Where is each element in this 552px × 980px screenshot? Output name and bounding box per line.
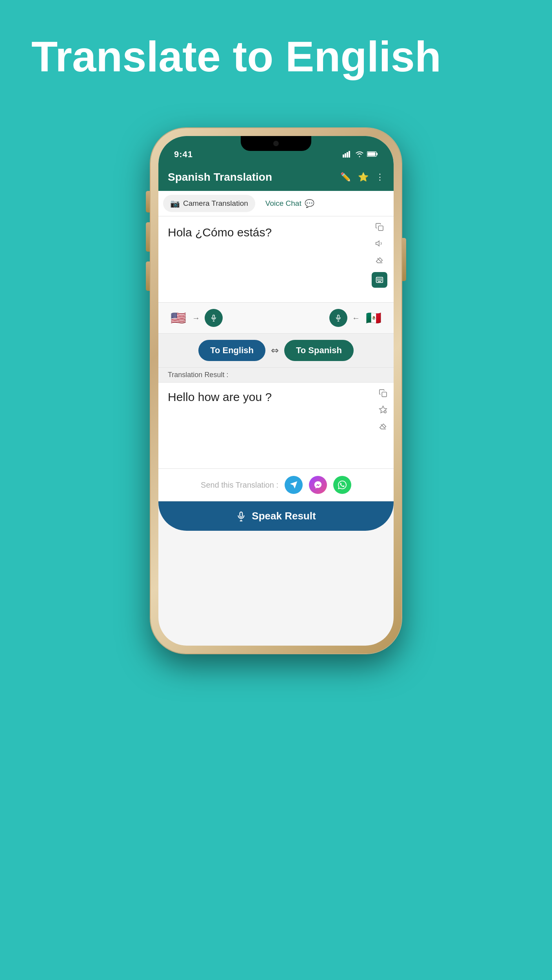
more-icon[interactable]: ⋮ <box>376 172 384 182</box>
svg-rect-22 <box>338 315 340 319</box>
speaker-input-icon[interactable] <box>375 239 384 250</box>
camera-tab-label: Camera Translation <box>183 199 248 208</box>
tab-camera[interactable]: 📷 Camera Translation <box>163 195 255 212</box>
power-button <box>402 238 406 281</box>
input-area: Hola ¿Cómo estás? <box>158 216 394 303</box>
header-icons: ✏️ ⭐ ⋮ <box>340 172 384 182</box>
input-text[interactable]: Hola ¿Cómo estás? <box>168 224 386 241</box>
status-bar: 9:41 <box>158 136 394 163</box>
camera-tab-icon: 📷 <box>170 199 180 208</box>
page-title: Translate to English <box>0 31 552 81</box>
result-area: Hello how are you ? <box>158 383 394 469</box>
tab-voice[interactable]: Voice Chat 💬 <box>258 195 321 212</box>
source-flag: 🇺🇸 <box>169 309 187 327</box>
status-time: 9:41 <box>174 149 193 160</box>
result-text: Hello how are you ? <box>168 390 386 404</box>
vol-down-button <box>146 261 150 291</box>
star-icon[interactable]: ⭐ <box>358 172 369 182</box>
send-label: Send this Translation : <box>201 481 278 490</box>
app-header: Spanish Translation ✏️ ⭐ ⋮ <box>158 163 394 191</box>
to-english-button[interactable]: To English <box>198 340 265 361</box>
phone-screen: 9:41 <box>158 136 394 646</box>
tabs-bar: 📷 Camera Translation Voice Chat 💬 <box>158 191 394 216</box>
language-selector-row: 🇺🇸 → <box>158 303 394 334</box>
to-spanish-button[interactable]: To Spanish <box>284 340 354 361</box>
target-lang: ← 🇲🇽 <box>329 309 383 327</box>
send-row: Send this Translation : <box>158 469 394 501</box>
signal-icon <box>343 151 352 160</box>
speak-result-button[interactable]: Speak Result <box>158 501 394 531</box>
silent-button <box>146 191 150 212</box>
swap-icon[interactable]: ⇔ <box>271 345 279 356</box>
svg-rect-0 <box>343 154 344 158</box>
svg-rect-2 <box>347 152 348 158</box>
erase-result-icon[interactable] <box>379 422 387 433</box>
result-label: Translation Result : <box>158 368 394 383</box>
voice-tab-icon: 💬 <box>305 199 314 208</box>
battery-icon <box>367 151 378 159</box>
svg-rect-3 <box>349 151 350 158</box>
bookmark-result-icon[interactable] <box>379 405 387 416</box>
arrow-from-mic: ← <box>352 314 360 323</box>
copy-result-icon[interactable] <box>379 389 387 400</box>
translate-buttons-row: To English ⇔ To Spanish <box>158 334 394 368</box>
target-flag: 🇲🇽 <box>365 309 383 327</box>
svg-rect-5 <box>376 153 378 155</box>
edit-icon[interactable]: ✏️ <box>340 172 351 182</box>
svg-rect-25 <box>382 392 387 397</box>
svg-rect-7 <box>378 226 383 230</box>
status-icons <box>343 151 378 160</box>
svg-rect-6 <box>368 152 376 156</box>
svg-rect-1 <box>345 153 346 158</box>
vol-up-button <box>146 222 150 252</box>
speak-result-label: Speak Result <box>252 510 316 522</box>
voice-tab-label: Voice Chat <box>265 199 301 208</box>
wifi-icon <box>355 151 364 160</box>
send-telegram-button[interactable] <box>285 476 303 494</box>
result-actions <box>379 389 387 433</box>
send-messenger-button[interactable] <box>309 476 327 494</box>
erase-input-icon[interactable] <box>375 256 384 267</box>
front-camera <box>273 141 279 146</box>
phone-mockup: 9:41 <box>151 128 401 653</box>
input-actions <box>372 223 387 288</box>
notch <box>241 136 311 151</box>
app-title: Spanish Translation <box>168 171 272 183</box>
svg-marker-8 <box>376 241 379 246</box>
svg-rect-19 <box>213 315 215 319</box>
arrow-to-mic: → <box>192 314 200 323</box>
svg-rect-30 <box>240 512 243 517</box>
source-lang: 🇺🇸 → <box>169 309 223 327</box>
target-mic-button[interactable] <box>329 309 347 327</box>
source-mic-button[interactable] <box>205 309 223 327</box>
keyboard-icon[interactable] <box>372 272 387 288</box>
send-whatsapp-button[interactable] <box>333 476 351 494</box>
copy-input-icon[interactable] <box>375 223 384 234</box>
